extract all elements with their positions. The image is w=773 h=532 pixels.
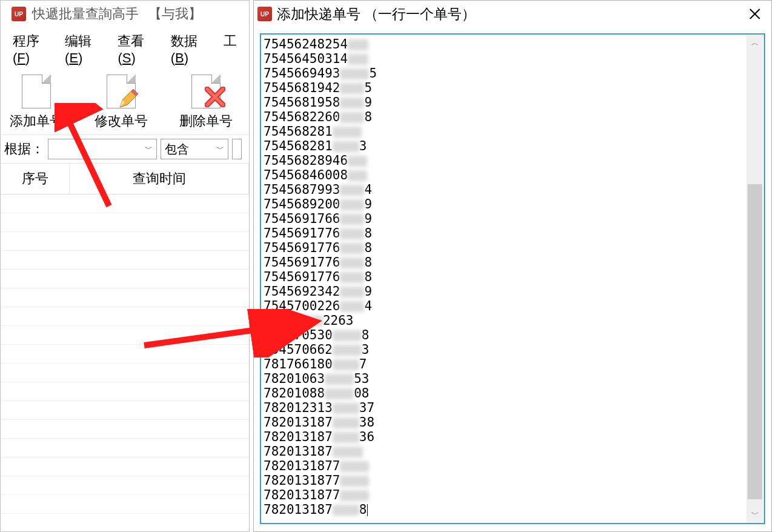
tracking-line: 7820131878 bbox=[264, 502, 745, 517]
table-row[interactable] bbox=[1, 476, 249, 495]
filter-text-input[interactable] bbox=[232, 139, 242, 159]
tracking-line: 75456917768 bbox=[264, 255, 745, 270]
tracking-line: 78201231337 bbox=[264, 401, 745, 415]
table-row[interactable] bbox=[1, 382, 249, 401]
close-button[interactable] bbox=[742, 2, 768, 25]
table-row[interactable] bbox=[1, 307, 249, 326]
filter-operator-value: 包含 bbox=[165, 141, 189, 158]
edit-document-icon bbox=[104, 75, 138, 108]
main-window: UP 快遞批量查詢高手 【与我】 程序(F) 编辑(E) 查看(S) 数据(B)… bbox=[0, 0, 250, 532]
tracking-line: 7545705308 bbox=[264, 328, 745, 342]
scrollbar-track[interactable] bbox=[746, 51, 763, 507]
tracking-line: 75456923429 bbox=[264, 284, 745, 299]
tracking-line: 75456819589 bbox=[264, 95, 745, 110]
tracking-line: 75456822608 bbox=[264, 110, 745, 124]
dialog-titlebar: UP 添加快递单号 （一行一个单号） bbox=[254, 1, 771, 27]
add-number-button[interactable]: 添加单号 bbox=[3, 73, 70, 131]
tracking-line: 7820108808 bbox=[264, 386, 745, 401]
delete-number-button[interactable]: 删除单号 bbox=[173, 73, 239, 131]
tracking-line: 75456828946 bbox=[264, 153, 745, 168]
column-query-time[interactable]: 查询时间 bbox=[70, 164, 249, 194]
app-icon: UP bbox=[257, 7, 272, 21]
tracking-line: 7542263 bbox=[264, 313, 745, 328]
tracking-line: 782013187 bbox=[264, 444, 745, 459]
scroll-up-arrow-icon[interactable]: ︿ bbox=[746, 35, 763, 51]
menubar: 程序(F) 编辑(E) 查看(S) 数据(B) 工 bbox=[1, 27, 249, 71]
toolbar: 添加单号 修改单号 删除单号 bbox=[1, 71, 249, 135]
tracking-line: 7820106353 bbox=[264, 371, 745, 386]
tracking-line: 7820131877 bbox=[264, 459, 745, 473]
delete-number-label: 删除单号 bbox=[179, 112, 233, 130]
column-sequence[interactable]: 序号 bbox=[1, 164, 70, 194]
tracking-line: 75456917669 bbox=[264, 211, 745, 226]
app-title: 快遞批量查詢高手 bbox=[32, 5, 139, 23]
table-row[interactable] bbox=[1, 195, 249, 213]
menu-edit[interactable]: 编辑(E) bbox=[60, 31, 113, 67]
table-row[interactable] bbox=[1, 401, 249, 420]
table-row[interactable] bbox=[1, 270, 249, 288]
add-tracking-dialog: UP 添加快递单号 （一行一个单号） 754562482547545645031… bbox=[253, 0, 772, 532]
tracking-line: 7817661807 bbox=[264, 357, 745, 371]
tracking-line: 75456248254 bbox=[264, 37, 745, 52]
tracking-line: 75457002264 bbox=[264, 299, 745, 313]
filter-operator-combo[interactable]: 包含 ﹀ bbox=[161, 139, 228, 159]
scroll-down-arrow-icon[interactable]: ﹀ bbox=[746, 507, 763, 522]
tracking-textarea[interactable]: 7545624825475456450314754566949357545681… bbox=[264, 37, 745, 520]
table-row[interactable] bbox=[1, 495, 249, 514]
chevron-down-icon: ﹀ bbox=[145, 144, 153, 155]
tracking-line: 78201318738 bbox=[264, 415, 745, 430]
table-row[interactable] bbox=[1, 439, 249, 457]
tracking-textarea-container: 7545624825475456450314754566949357545681… bbox=[260, 33, 765, 524]
tracking-line: 75456917768 bbox=[264, 270, 745, 284]
main-titlebar: UP 快遞批量查詢高手 【与我】 bbox=[1, 1, 249, 27]
tracking-line: 754568281 bbox=[264, 124, 745, 139]
delete-document-icon bbox=[189, 75, 223, 108]
filter-row: 根据： ﹀ 包含 ﹀ bbox=[1, 135, 249, 164]
new-document-icon bbox=[19, 75, 53, 108]
vertical-scrollbar[interactable]: ︿ ﹀ bbox=[746, 35, 763, 522]
tracking-line: 75456846008 bbox=[264, 168, 745, 182]
table-row[interactable] bbox=[1, 232, 249, 251]
tracking-line: 7820131877 bbox=[264, 488, 745, 502]
menu-view[interactable]: 查看(S) bbox=[113, 31, 165, 67]
tracking-line: 75456694935 bbox=[264, 66, 745, 81]
app-subtitle: 【与我】 bbox=[148, 5, 202, 23]
tracking-line: 78201318736 bbox=[264, 430, 745, 444]
tracking-line: 75456917768 bbox=[264, 241, 745, 255]
app-icon: UP bbox=[12, 7, 26, 21]
menu-tools[interactable]: 工 bbox=[219, 31, 242, 67]
edit-number-button[interactable]: 修改单号 bbox=[88, 73, 154, 131]
tracking-line: 7820131877 bbox=[264, 473, 745, 488]
table-header: 序号 查询时间 bbox=[1, 164, 249, 195]
table-row[interactable] bbox=[1, 420, 249, 439]
tracking-line: 75456879934 bbox=[264, 182, 745, 197]
tracking-line: 7545682813 bbox=[264, 139, 745, 153]
tracking-line: 7545706623 bbox=[264, 342, 745, 357]
table-row[interactable] bbox=[1, 457, 249, 476]
filter-label: 根据： bbox=[4, 140, 44, 158]
menu-program[interactable]: 程序(F) bbox=[8, 31, 60, 67]
chevron-down-icon: ﹀ bbox=[216, 144, 224, 155]
scrollbar-thumb[interactable] bbox=[748, 184, 762, 499]
table-row[interactable] bbox=[1, 251, 249, 270]
table-row[interactable] bbox=[1, 288, 249, 307]
table-row[interactable] bbox=[1, 345, 249, 364]
tracking-line: 75456892009 bbox=[264, 197, 745, 211]
close-icon bbox=[749, 8, 761, 20]
filter-field-combo[interactable]: ﹀ bbox=[48, 139, 157, 159]
add-number-label: 添加单号 bbox=[10, 112, 63, 130]
table-row[interactable] bbox=[1, 213, 249, 232]
table-row[interactable] bbox=[1, 326, 249, 345]
dialog-title: 添加快递单号 （一行一个单号） bbox=[277, 5, 476, 24]
tracking-line: 75456450314 bbox=[264, 52, 745, 66]
table-body[interactable] bbox=[1, 195, 249, 522]
table-row[interactable] bbox=[1, 364, 249, 382]
edit-number-label: 修改单号 bbox=[95, 112, 148, 130]
tracking-line: 75456819425 bbox=[264, 81, 745, 95]
menu-data[interactable]: 数据(B) bbox=[166, 31, 219, 67]
tracking-line: 75456917768 bbox=[264, 226, 745, 241]
